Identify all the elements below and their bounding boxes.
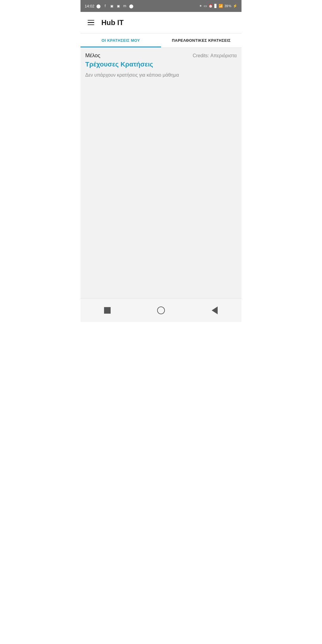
status-bar: 14:02 ⬤ f ▣ ▣ m ⬤ ✴ ▭ ⏰ ▊ 📶 39% ⚡ [80, 0, 242, 12]
charging-icon: ⚡ [233, 4, 237, 8]
tab-bar: ΟΙ ΚΡΑΤΗΣΕΙΣ ΜΟΥ ΠΑΡΕΛΘΟΝΤΙΚΕΣ ΚΡΑΤΗΣΕΙΣ [80, 33, 242, 48]
box2-icon: ▣ [116, 4, 121, 8]
member-credits-row: Μέλος Credits: Απεριόριστα [85, 52, 237, 59]
nav-back-icon [212, 306, 218, 314]
battery-icon: 39% [225, 4, 231, 8]
app-title: Hub IT [101, 18, 124, 27]
status-right: ✴ ▭ ⏰ ▊ 📶 39% ⚡ [199, 4, 237, 8]
messenger-icon: m [123, 4, 127, 8]
app-bar: Hub IT [80, 12, 242, 33]
signal-icon: ▊ [214, 4, 217, 8]
bluetooth-icon: ✴ [199, 4, 202, 8]
tab-past-bookings[interactable]: ΠΑΡΕΛΘΟΝΤΙΚΕΣ ΚΡΑΤΗΣΕΙΣ [161, 33, 242, 47]
time-display: 14:02 [85, 4, 95, 8]
credits-display: Credits: Απεριόριστα [193, 53, 237, 58]
hamburger-line-2 [88, 22, 94, 23]
nav-home-button[interactable] [154, 303, 168, 318]
empty-message: Δεν υπάρχουν κρατήσεις για κάποιο μάθημα [85, 72, 237, 78]
facebook-icon: f [103, 4, 108, 8]
nav-back-button[interactable] [207, 303, 222, 318]
status-left: 14:02 ⬤ f ▣ ▣ m ⬤ [85, 4, 134, 8]
hamburger-line-3 [88, 24, 94, 25]
alarm-icon: ⏰ [208, 4, 213, 8]
box-icon: ▣ [109, 4, 114, 8]
nav-recent-apps-button[interactable] [100, 303, 115, 318]
credits-label: Credits: [193, 53, 210, 58]
circle-icon: ⬤ [96, 4, 101, 8]
menu-button[interactable] [85, 18, 97, 28]
wifi-icon: 📶 [219, 4, 223, 8]
circle2-icon: ⬤ [129, 4, 134, 8]
tab-past-bookings-label: ΠΑΡΕΛΘΟΝΤΙΚΕΣ ΚΡΑΤΗΣΕΙΣ [172, 38, 230, 43]
content-area: Μέλος Credits: Απεριόριστα Τρέχουσες Κρα… [80, 48, 242, 298]
battery-outline-icon: ▭ [204, 4, 207, 8]
tab-my-bookings-label: ΟΙ ΚΡΑΤΗΣΕΙΣ ΜΟΥ [102, 38, 140, 43]
credits-value: Απεριόριστα [210, 53, 237, 58]
nav-home-icon [157, 306, 165, 314]
tab-my-bookings[interactable]: ΟΙ ΚΡΑΤΗΣΕΙΣ ΜΟΥ [80, 33, 161, 47]
hamburger-line-1 [88, 20, 94, 21]
nav-bar [80, 298, 242, 322]
member-label: Μέλος [85, 52, 100, 59]
section-title: Τρέχουσες Κρατήσεις [85, 61, 237, 68]
nav-square-icon [104, 307, 111, 314]
